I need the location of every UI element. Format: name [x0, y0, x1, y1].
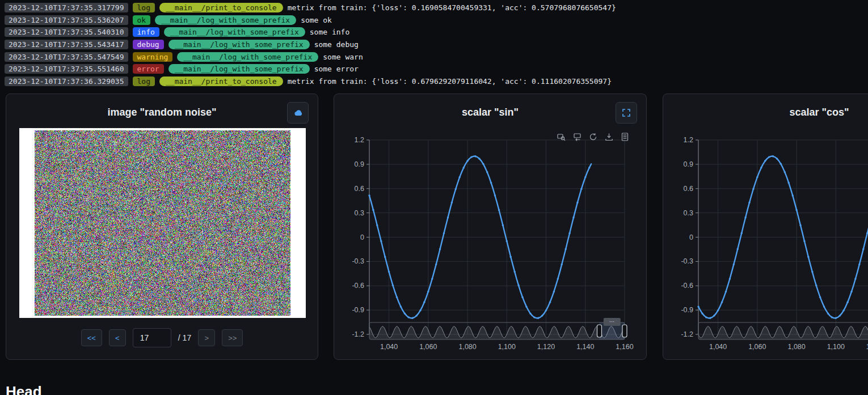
- log-level-badge: log: [133, 3, 155, 12]
- series-point: [764, 160, 766, 162]
- series-point: [439, 248, 441, 250]
- series-point: [533, 316, 535, 318]
- y-tick-label: 0.3: [355, 209, 364, 217]
- x-tick-label: 1,160: [616, 343, 633, 351]
- series-point: [412, 317, 414, 319]
- series-point: [404, 312, 406, 314]
- image-card: image "random noise" << < / 17 > >>: [6, 94, 318, 360]
- data-view-icon[interactable]: [621, 133, 629, 141]
- log-logger-badge: __main__/print_to_console: [159, 3, 283, 12]
- x-tick-label: 1,060: [419, 343, 437, 351]
- series-point: [768, 156, 770, 158]
- series-point: [799, 224, 801, 226]
- zoom-select-icon[interactable]: [557, 133, 566, 141]
- series-point: [784, 171, 786, 173]
- y-tick-label: 0.6: [355, 185, 364, 193]
- chart-toolbox: [557, 133, 629, 141]
- series-point: [553, 291, 555, 292]
- series-point: [517, 284, 519, 286]
- series-point: [565, 248, 567, 250]
- series-point: [400, 305, 402, 307]
- log-message: metrix from train: {'loss': 0.1690584700…: [288, 3, 616, 12]
- zoom-reset-icon[interactable]: [573, 133, 582, 141]
- restore-icon[interactable]: [589, 133, 597, 141]
- log-level-badge: info: [133, 27, 159, 37]
- log-message: some warn: [323, 53, 363, 61]
- series-point: [827, 312, 829, 314]
- y-tick-label: 0.9: [355, 160, 364, 168]
- next-page-button[interactable]: >: [198, 329, 215, 346]
- image-frame: [19, 128, 306, 318]
- series-point: [717, 309, 719, 311]
- series-point: [846, 301, 848, 303]
- series-point: [521, 296, 523, 298]
- nav-move-handle-grip: ⋯: [609, 318, 615, 325]
- y-tick-label: 0.3: [684, 209, 693, 217]
- series-point: [486, 171, 488, 173]
- scalar-cos-card: 1.20.90.60.30-0.3-0.6-0.9-1.21,0401,0601…: [663, 94, 868, 360]
- y-tick-label: -0.6: [352, 282, 364, 290]
- series-point: [419, 309, 421, 311]
- series-point: [561, 264, 563, 265]
- series-point: [576, 202, 578, 203]
- first-page-button[interactable]: <<: [81, 329, 102, 346]
- log-message: some error: [314, 65, 359, 73]
- series-point: [529, 312, 531, 314]
- nav-handle-right[interactable]: [622, 325, 627, 337]
- download-image-button[interactable]: [287, 102, 309, 124]
- series-point: [494, 194, 496, 196]
- series-point: [701, 312, 703, 314]
- cos-card-title: scalar "cos": [663, 107, 868, 118]
- log-level-badge: log: [133, 77, 155, 86]
- cloud-icon: [292, 108, 304, 117]
- save-image-icon[interactable]: [605, 133, 613, 141]
- series-point: [455, 188, 457, 190]
- y-tick-label: 0.9: [684, 160, 693, 168]
- series-point: [510, 256, 512, 258]
- series-point: [792, 194, 794, 196]
- series-point: [478, 158, 480, 159]
- series-point: [862, 248, 864, 250]
- x-tick-label: 1,040: [709, 343, 727, 351]
- sin-card-title: scalar "sin": [334, 107, 646, 118]
- series-point: [376, 224, 378, 226]
- series-point: [459, 176, 461, 178]
- series-point: [795, 209, 797, 211]
- series-point: [372, 209, 374, 211]
- series-point: [858, 264, 860, 265]
- log-logger-badge: __main__/print_to_console: [159, 77, 283, 86]
- y-tick-label: 1.2: [355, 136, 364, 144]
- series-point: [815, 284, 817, 286]
- series-point: [427, 291, 429, 292]
- y-tick-label: 0: [360, 233, 364, 241]
- series-point: [811, 271, 813, 273]
- last-page-button[interactable]: >>: [222, 329, 243, 346]
- log-timestamp: 2023-12-10T17:37:35.543417: [5, 40, 128, 49]
- image-card-title: image "random noise": [6, 107, 318, 118]
- log-row: 2023-12-10T17:37:35.540310 info __main__…: [5, 26, 868, 39]
- series-point: [474, 155, 476, 157]
- prev-page-button[interactable]: <: [109, 329, 126, 346]
- series-point: [803, 240, 805, 242]
- fullscreen-button[interactable]: [616, 102, 637, 124]
- series-point: [737, 248, 739, 250]
- series-point: [780, 163, 782, 165]
- series-point: [466, 160, 468, 162]
- cos-chart[interactable]: 1.20.90.60.30-0.3-0.6-0.9-1.21,0401,0601…: [663, 94, 868, 360]
- series-point: [408, 316, 410, 318]
- y-tick-label: -0.9: [352, 306, 364, 314]
- series-point: [776, 158, 778, 159]
- log-timestamp: 2023-12-10T17:37:36.329035: [5, 77, 128, 86]
- series-point: [506, 240, 508, 242]
- series-point: [541, 315, 543, 316]
- page-number-input[interactable]: [133, 328, 171, 347]
- log-console: 2023-12-10T17:37:35.317799 log __main__/…: [0, 0, 868, 87]
- log-timestamp: 2023-12-10T17:37:35.536207: [5, 15, 128, 25]
- series-point: [725, 291, 727, 292]
- series-point: [392, 284, 394, 286]
- nav-handle-left[interactable]: [597, 325, 602, 337]
- series-point: [733, 264, 735, 265]
- series-point: [823, 305, 825, 307]
- image-pagination: << < / 17 > >>: [6, 328, 318, 347]
- x-tick-label: 1,060: [748, 343, 766, 351]
